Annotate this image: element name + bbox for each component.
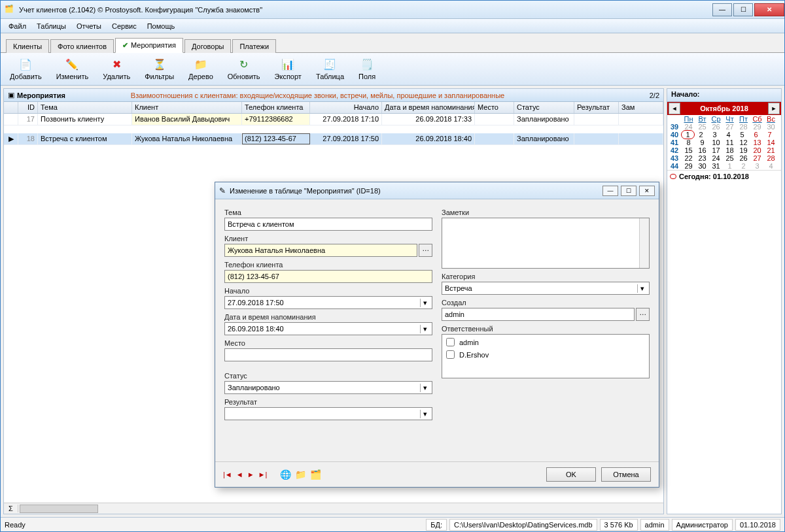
calendar-day[interactable]: 15 xyxy=(682,146,695,154)
input-nachalo[interactable]: 27.09.2018 17:50▾ xyxy=(224,296,432,309)
calendar-day[interactable]: 4 xyxy=(722,131,735,139)
checkbox[interactable] xyxy=(446,350,455,359)
lookup-creator-button[interactable]: … xyxy=(636,308,650,321)
menu-reports[interactable]: Отчеты xyxy=(71,21,107,31)
nav-first-button[interactable]: |◄ xyxy=(223,471,232,478)
calendar-day[interactable]: 29 xyxy=(750,123,764,131)
scrollbar-thumb[interactable] xyxy=(20,505,98,513)
calendar-day[interactable]: 30 xyxy=(764,123,778,131)
input-category[interactable]: Встреча▾ xyxy=(442,282,650,295)
checkbox[interactable] xyxy=(446,338,455,346)
dialog-close-button[interactable]: ✕ xyxy=(639,186,655,196)
calendar-today-line[interactable]: Сегодня: 01.10.2018 xyxy=(667,170,781,182)
tool-add[interactable]: 📄Добавить xyxy=(6,57,46,82)
calendar-day[interactable]: 16 xyxy=(695,146,709,154)
globe-icon[interactable]: 🌐 xyxy=(280,469,291,480)
tool-table[interactable]: 🧾Таблица xyxy=(312,57,348,82)
tab-contracts[interactable]: Договоры xyxy=(184,39,231,53)
menu-tables[interactable]: Таблицы xyxy=(31,21,71,31)
calendar-day[interactable]: 28 xyxy=(737,123,750,131)
tool-refresh[interactable]: ↻Обновить xyxy=(224,57,264,82)
calendar-day[interactable]: 3 xyxy=(708,131,722,139)
input-napom[interactable]: 26.09.2018 18:40▾ xyxy=(224,322,432,335)
calendar-day[interactable]: 7 xyxy=(763,131,776,139)
col-result[interactable]: Результат xyxy=(574,102,619,113)
calendar-day[interactable]: 11 xyxy=(723,139,737,146)
calendar-day[interactable]: 21 xyxy=(764,146,778,154)
tab-events[interactable]: ✔Мероприятия xyxy=(115,38,183,53)
lookup-klient-button[interactable]: … xyxy=(419,244,432,257)
input-klient[interactable] xyxy=(224,244,417,257)
col-mesto[interactable]: Место xyxy=(475,102,514,113)
calendar-day[interactable]: 18 xyxy=(723,146,737,154)
calendar-day[interactable]: 10 xyxy=(709,139,723,146)
calendar-day[interactable]: 27 xyxy=(723,123,737,131)
grid-scrollbar[interactable]: Σ xyxy=(4,503,663,514)
calendar-day[interactable]: 8 xyxy=(682,139,695,146)
calendar-day[interactable]: 17 xyxy=(709,146,723,154)
responsible-item[interactable]: admin xyxy=(444,336,648,348)
close-button[interactable]: ✕ xyxy=(754,3,784,16)
tool-export[interactable]: 📊Экспорт xyxy=(271,57,305,82)
calendar-day[interactable]: 6 xyxy=(749,131,763,139)
calendar-day[interactable]: 4 xyxy=(764,162,778,170)
notes-scrollbar[interactable] xyxy=(639,218,649,268)
calendar-day[interactable]: 25 xyxy=(695,123,709,131)
calendar-day[interactable]: 28 xyxy=(764,154,778,162)
calendar-day[interactable]: 3 xyxy=(750,162,764,170)
table-row[interactable]: ▶ 18 Встреча с клиентом Жукова Наталья Н… xyxy=(4,133,663,145)
calendar-day[interactable]: 30 xyxy=(695,162,709,170)
menu-help[interactable]: Помощь xyxy=(142,21,181,31)
input-creator[interactable] xyxy=(442,308,635,321)
nav-prev-button[interactable]: ◄ xyxy=(236,471,243,478)
tool-edit[interactable]: ✏️Изменить xyxy=(52,57,93,82)
calendar-day[interactable]: 19 xyxy=(737,146,750,154)
input-tel[interactable] xyxy=(224,270,432,283)
col-status[interactable]: Статус xyxy=(514,102,574,113)
tool-filters[interactable]: ⏳Фильтры xyxy=(141,57,178,82)
maximize-button[interactable]: ☐ xyxy=(733,3,753,16)
tool-tree[interactable]: 📁Дерево xyxy=(184,57,217,82)
calendar-day[interactable]: 29 xyxy=(682,162,695,170)
tab-payments[interactable]: Платежи xyxy=(232,39,276,53)
calendar-day[interactable]: 22 xyxy=(682,154,695,162)
input-result[interactable]: ▾ xyxy=(224,407,432,420)
calendar-day[interactable]: 26 xyxy=(737,154,750,162)
calendar-day[interactable]: 23 xyxy=(695,154,709,162)
col-napom[interactable]: Дата и время напоминания xyxy=(382,102,475,113)
calendar-day[interactable]: 25 xyxy=(723,154,737,162)
tool-delete[interactable]: ✖Удалить xyxy=(99,57,134,82)
responsible-checklist[interactable]: admin D.Ershov xyxy=(442,334,650,378)
col-tema[interactable]: Тема xyxy=(38,102,132,113)
col-id[interactable]: ID xyxy=(18,102,38,113)
calendar-day[interactable]: 14 xyxy=(764,139,778,146)
col-zam[interactable]: Зам xyxy=(619,102,663,113)
cal-prev-button[interactable]: ◄ xyxy=(669,103,680,114)
ok-button[interactable]: OK xyxy=(546,467,596,482)
calendar-day[interactable]: 20 xyxy=(750,146,764,154)
calendar-day[interactable]: 9 xyxy=(695,139,709,146)
menu-service[interactable]: Сервис xyxy=(107,21,142,31)
col-klient[interactable]: Клиент xyxy=(132,102,242,113)
calendar-day[interactable]: 2 xyxy=(694,131,708,139)
input-notes[interactable] xyxy=(442,218,650,269)
calendar-day[interactable]: 5 xyxy=(735,131,749,139)
input-mesto[interactable] xyxy=(224,348,432,361)
input-status[interactable]: Запланировано▾ xyxy=(224,381,432,394)
nav-last-button[interactable]: ►| xyxy=(258,471,268,478)
calendar-day[interactable]: 27 xyxy=(750,154,764,162)
table-row[interactable]: 17 Позвонить клиенту Иванов Василий Давы… xyxy=(4,114,663,125)
calendar-day[interactable]: 2 xyxy=(737,162,750,170)
tab-clients[interactable]: Клиенты xyxy=(6,39,49,53)
col-nachalo[interactable]: Начало xyxy=(310,102,382,113)
folder-icon[interactable]: 📁 xyxy=(295,469,306,480)
calendar-day[interactable]: 12 xyxy=(737,139,750,146)
dialog-minimize-button[interactable]: — xyxy=(602,186,618,196)
dialog-maximize-button[interactable]: ☐ xyxy=(621,186,637,196)
responsible-item[interactable]: D.Ershov xyxy=(444,348,648,361)
input-tema[interactable] xyxy=(224,218,432,231)
calendar-day[interactable]: 31 xyxy=(709,162,723,170)
tab-photos[interactable]: Фото клиентов xyxy=(50,39,114,53)
card-icon[interactable]: 🗂️ xyxy=(310,469,321,480)
cal-next-button[interactable]: ► xyxy=(768,103,780,114)
